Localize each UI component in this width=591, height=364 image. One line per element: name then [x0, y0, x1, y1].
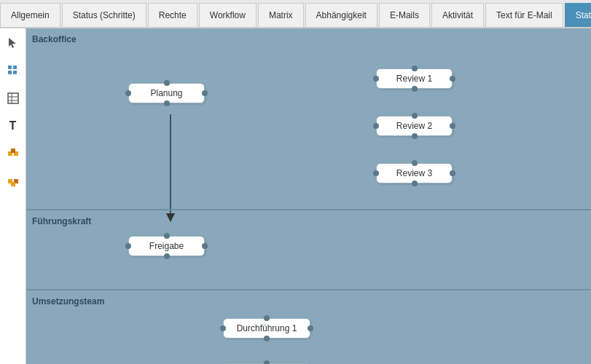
- shape-tool-2[interactable]: [3, 171, 23, 191]
- port-d1-top: [264, 315, 270, 321]
- lane-backoffice-label: Backoffice: [32, 34, 77, 44]
- table-tool[interactable]: [3, 88, 23, 108]
- node-review2-label: Review 2: [396, 121, 432, 131]
- port-freigabe-top: [164, 233, 170, 239]
- port-d2-top: [264, 360, 270, 364]
- port-review2-left: [373, 123, 379, 129]
- port-review3-bottom: [412, 181, 418, 186]
- text-tool[interactable]: T: [3, 116, 23, 136]
- port-review1-top: [412, 66, 418, 71]
- lane-umsetzungsteam: Umsetzungsteam Durchführung 1 Durchführu…: [26, 290, 591, 364]
- tab-status[interactable]: Status (Schritte): [62, 3, 146, 27]
- toolbar: T: [0, 28, 26, 364]
- node-freigabe-label: Freigabe: [149, 241, 184, 251]
- svg-rect-11: [11, 149, 15, 153]
- node-review1[interactable]: Review 1: [376, 68, 453, 89]
- node-review2[interactable]: Review 2: [376, 116, 453, 136]
- lane-umsetzungsteam-label: Umsetzungsteam: [32, 296, 104, 306]
- main-area: T: [0, 28, 591, 364]
- tab-emails[interactable]: E-Mails: [379, 3, 430, 27]
- node-durchfuehrung1-label: Durchführung 1: [237, 323, 297, 333]
- shape-tool-1[interactable]: [3, 143, 23, 164]
- port-freigabe-bottom: [164, 253, 170, 259]
- port-review2-top: [412, 113, 418, 119]
- port-planung-bottom: [164, 100, 170, 106]
- tab-bar: Allgemein Status (Schritte) Rechte Workf…: [0, 0, 591, 28]
- port-freigabe-left: [125, 243, 131, 249]
- tab-matrix[interactable]: Matrix: [258, 3, 304, 27]
- lane-backoffice: Backoffice Planung Review 1: [26, 28, 591, 210]
- port-review1-left: [373, 76, 379, 82]
- lane-fuehrungskraft: Führungskraft Freigabe: [26, 210, 591, 290]
- svg-rect-14: [11, 182, 15, 186]
- port-freigabe-right: [202, 243, 208, 249]
- port-review3-left: [373, 170, 379, 176]
- svg-rect-2: [13, 66, 17, 69]
- port-review2-right: [450, 123, 455, 129]
- node-freigabe[interactable]: Freigabe: [128, 236, 205, 256]
- port-review2-bottom: [412, 133, 418, 139]
- node-planung[interactable]: Planung: [128, 83, 205, 103]
- tab-allgemein[interactable]: Allgemein: [0, 3, 60, 27]
- tab-status-workflow[interactable]: Status Workflow: [565, 3, 591, 27]
- svg-rect-3: [8, 71, 12, 74]
- node-review3[interactable]: Review 3: [376, 163, 453, 183]
- svg-rect-1: [8, 66, 12, 69]
- tab-text-email[interactable]: Text für E-Mail: [485, 3, 563, 27]
- tab-abhaengigkeit[interactable]: Abhängigkeit: [305, 3, 377, 27]
- grid-tool[interactable]: [3, 60, 23, 81]
- tab-workflow[interactable]: Workflow: [199, 3, 257, 27]
- cursor-tool[interactable]: [3, 33, 23, 53]
- node-review1-label: Review 1: [396, 74, 432, 84]
- port-d1-right: [308, 325, 313, 331]
- tab-rechte[interactable]: Rechte: [148, 3, 197, 27]
- node-durchfuehrung1[interactable]: Durchführung 1: [223, 318, 310, 339]
- lane-fuehrungskraft-label: Führungskraft: [32, 216, 91, 226]
- node-planung-label: Planung: [150, 88, 182, 98]
- port-planung-right: [202, 90, 208, 96]
- diagram-canvas[interactable]: Backoffice Planung Review 1: [26, 28, 591, 364]
- port-planung-top: [164, 80, 170, 86]
- port-d1-left: [220, 325, 226, 331]
- port-review3-top: [412, 160, 418, 166]
- port-review3-right: [450, 170, 455, 176]
- port-planung-left: [125, 90, 131, 96]
- port-review1-right: [450, 76, 455, 82]
- port-d1-bottom: [264, 336, 270, 341]
- svg-rect-5: [8, 93, 18, 103]
- svg-rect-4: [13, 71, 17, 74]
- port-review1-bottom: [412, 86, 418, 92]
- svg-marker-0: [9, 38, 16, 48]
- tab-aktivitaet[interactable]: Aktivität: [431, 3, 484, 27]
- node-review3-label: Review 3: [396, 168, 432, 178]
